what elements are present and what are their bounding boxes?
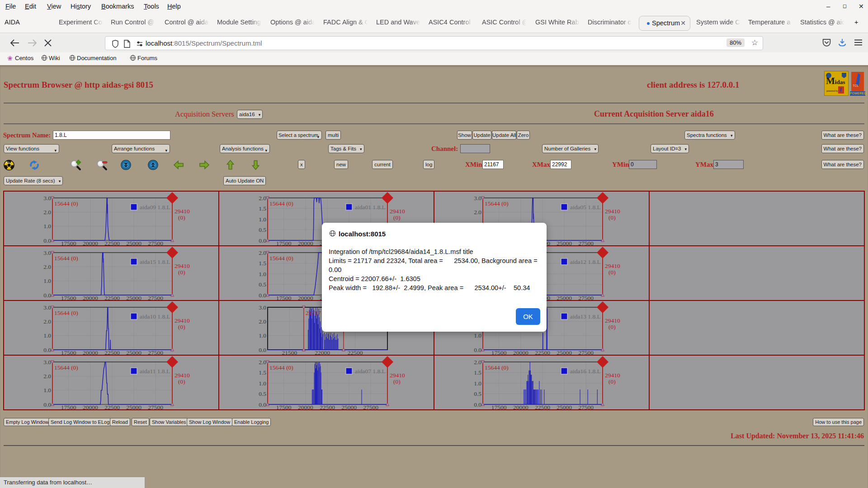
svg-text:27500: 27500 [578,404,594,409]
svg-text:15644 (0): 15644 (0) [269,255,293,262]
svg-text:1.5: 1.5 [259,369,266,376]
svg-text:1.0: 1.0 [43,387,51,394]
svg-text:25000: 25000 [126,240,142,245]
svg-text:0.5: 0.5 [259,226,266,233]
svg-text:20000: 20000 [83,404,98,409]
svg-text:2.0: 2.0 [43,263,51,270]
svg-text:27500: 27500 [148,240,163,245]
svg-text:15644 (0): 15644 (0) [54,364,78,371]
svg-text:17500: 17500 [276,295,292,300]
svg-text:21500: 21500 [282,349,297,355]
svg-text:0.0: 0.0 [43,237,51,244]
svg-text:17500: 17500 [61,404,76,409]
svg-text:17500: 17500 [276,240,292,245]
svg-text:0.0: 0.0 [43,347,51,353]
svg-text:15644 (0): 15644 (0) [485,200,509,207]
svg-text:2.0: 2.0 [259,249,266,256]
svg-text:0.0: 0.0 [259,401,266,408]
svg-text:25000: 25000 [557,349,572,355]
svg-text:25000: 25000 [126,349,142,355]
svg-text:0.5: 0.5 [259,390,266,397]
svg-text:2.0: 2.0 [474,209,481,216]
svg-text:1.0: 1.0 [259,271,266,277]
svg-text:(0): (0) [393,214,401,221]
svg-text:22500: 22500 [535,404,550,409]
svg-text:2.0: 2.0 [259,359,266,366]
svg-text:1.0: 1.0 [474,380,481,387]
svg-text:25000: 25000 [126,404,142,409]
svg-text:17500: 17500 [491,404,507,409]
svg-text:1.0: 1.0 [43,277,51,284]
svg-text:0.0: 0.0 [43,401,51,408]
svg-text:22500: 22500 [348,349,363,355]
svg-text:1.5: 1.5 [259,205,266,212]
svg-text:22500: 22500 [320,404,335,409]
svg-text:1.0: 1.0 [259,380,266,387]
svg-text:0.5: 0.5 [474,390,481,397]
svg-text:0.5: 0.5 [259,281,266,288]
svg-text:22000: 22000 [315,349,330,355]
svg-text:1.0: 1.0 [259,332,266,339]
svg-text:29410: 29410 [605,372,620,379]
svg-text:29410: 29410 [175,208,190,215]
svg-text:1.5: 1.5 [259,260,266,267]
svg-text:27500: 27500 [578,295,594,300]
svg-text:1.0: 1.0 [259,216,266,223]
svg-text:22500: 22500 [104,295,120,300]
svg-text:aida13 1.8.L: aida13 1.8.L [570,313,601,320]
svg-text:27500: 27500 [578,240,594,245]
svg-text:29410: 29410 [605,208,620,215]
svg-text:27500: 27500 [148,349,163,355]
svg-text:0.0: 0.0 [43,292,51,299]
svg-text:2.0: 2.0 [259,318,266,325]
svg-text:25000: 25000 [126,295,142,300]
svg-text:20000: 20000 [83,240,98,245]
svg-text:29410: 29410 [605,263,620,269]
svg-text:(0): (0) [393,378,401,385]
svg-text:29410: 29410 [390,372,405,379]
svg-text:17500: 17500 [491,349,507,355]
svg-text:0.0: 0.0 [259,347,266,353]
svg-text:(0): (0) [609,378,616,385]
svg-text:29410: 29410 [175,317,190,324]
svg-text:2.0: 2.0 [43,318,51,325]
svg-text:aida11 1.8.L: aida11 1.8.L [140,368,170,375]
svg-text:20000: 20000 [298,240,313,245]
svg-text:0.0: 0.0 [259,237,266,244]
svg-text:29410: 29410 [605,317,620,324]
svg-text:22500: 22500 [535,349,550,355]
svg-text:1.0: 1.0 [43,223,51,230]
svg-text:0.0: 0.0 [474,347,481,353]
svg-text:(0): (0) [178,214,185,221]
svg-text:aida01 1.8.L: aida01 1.8.L [355,204,386,211]
svg-text:3.0: 3.0 [43,195,51,202]
svg-text:17500: 17500 [61,240,76,245]
svg-text:27500: 27500 [578,349,594,355]
svg-text:25000: 25000 [341,404,357,409]
svg-text:0.0: 0.0 [474,401,481,408]
svg-text:15644 (0): 15644 (0) [485,364,509,371]
svg-text:27500: 27500 [363,404,378,409]
svg-text:1.5: 1.5 [474,369,481,376]
svg-text:25000: 25000 [557,240,572,245]
svg-text:aida16 1.8.L: aida16 1.8.L [570,368,601,375]
svg-text:2.0: 2.0 [43,373,51,380]
svg-text:(0): (0) [178,378,185,385]
svg-text:29410: 29410 [390,208,405,215]
svg-text:25000: 25000 [557,295,572,300]
svg-text:aida15 1.8.L: aida15 1.8.L [140,258,170,265]
svg-text:20000: 20000 [513,349,528,355]
svg-text:3.0: 3.0 [474,195,481,202]
svg-text:2.0: 2.0 [259,195,266,202]
svg-text:20000: 20000 [513,404,528,409]
svg-text:2.0: 2.0 [43,209,51,216]
svg-text:3.0: 3.0 [43,304,51,311]
svg-text:20000: 20000 [298,295,313,300]
svg-text:27500: 27500 [148,404,163,409]
svg-text:29410: 29410 [175,263,190,269]
svg-text:1.0: 1.0 [474,332,481,339]
svg-text:aida07 1.8.L: aida07 1.8.L [355,368,386,375]
svg-text:22500: 22500 [104,349,120,355]
svg-text:20000: 20000 [298,404,313,409]
svg-text:(0): (0) [609,269,616,276]
